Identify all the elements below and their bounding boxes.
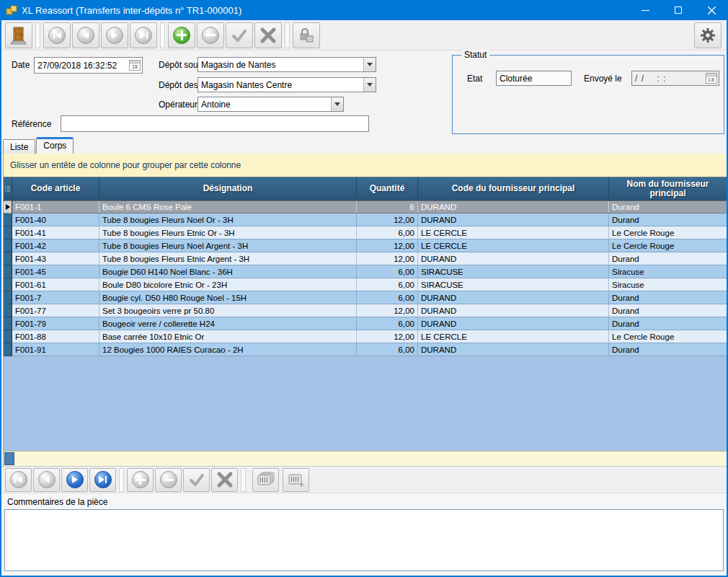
cell-supplier-code: DURAND <box>418 343 609 356</box>
tab-liste[interactable]: Liste <box>3 139 35 154</box>
cell-supplier-name: Durand <box>609 291 727 304</box>
nav-first-button[interactable] <box>43 22 71 48</box>
stock-transfer-button[interactable] <box>293 22 320 48</box>
column-header-designation[interactable]: Désignation <box>99 177 357 201</box>
row-gutter <box>4 201 12 213</box>
nav-last-icon <box>135 27 152 44</box>
door-exit-icon <box>10 26 27 45</box>
nav-first-icon <box>10 471 27 488</box>
statut-groupbox: Statut Etat Cloturée Envoyé le / / : : 1… <box>452 55 724 134</box>
close-button[interactable] <box>695 0 728 20</box>
validate-button[interactable] <box>226 22 253 48</box>
cell-code: F001-88 <box>12 330 99 343</box>
grid-list-icon[interactable] <box>4 177 12 201</box>
comments-textarea[interactable] <box>4 509 724 571</box>
minimize-icon <box>642 10 649 11</box>
tab-corps[interactable]: Corps <box>36 137 74 154</box>
table-row[interactable]: F001-61 Boule D80 bicolore Etnic Or - 23… <box>4 278 727 291</box>
cell-supplier-code: DURAND <box>418 304 609 317</box>
group-by-bar[interactable]: Glisser un entête de colonne pour groupe… <box>4 154 727 177</box>
row-remove-button[interactable] <box>155 468 182 492</box>
horizontal-scrollbar[interactable] <box>4 451 727 466</box>
cell-qty: 6,00 <box>357 291 418 304</box>
comments-section: Commentaires de la pièce <box>1 493 727 576</box>
scrollbar-thumb[interactable] <box>4 452 14 465</box>
combo-arrow-icon[interactable] <box>363 58 376 71</box>
row-prev-button[interactable] <box>33 468 60 492</box>
cell-qty: 6,00 <box>357 265 418 278</box>
corps-panel: Glisser un entête de colonne pour groupe… <box>3 154 728 466</box>
nav-prev-icon <box>77 27 94 44</box>
row-last-button[interactable] <box>89 468 116 492</box>
combo-arrow-icon[interactable] <box>363 78 376 92</box>
envoye-label: Envoyé le <box>584 74 622 84</box>
nav-next-button[interactable] <box>101 22 128 48</box>
cell-supplier-name: Le Cercle Rouge <box>609 330 727 343</box>
date-field[interactable]: 27/09/2018 16:32:52 18 <box>34 57 143 74</box>
column-header-quantite[interactable]: Quantité <box>357 177 418 201</box>
stock-lock-icon <box>297 26 316 45</box>
table-row[interactable]: F001-7 Bougie cyl. D50 H80 Rouge Noel - … <box>4 291 727 304</box>
add-record-button[interactable] <box>168 22 195 48</box>
nav-last-button[interactable] <box>130 22 157 48</box>
cancel-button[interactable] <box>254 22 282 48</box>
cancel-x-icon <box>216 471 234 488</box>
row-cancel-button[interactable] <box>211 468 238 492</box>
titlebar: XL Reassort (Transferts inter-dépôts n° … <box>0 0 728 20</box>
row-gutter <box>4 265 12 278</box>
table-row[interactable]: F001-1 Boule 6 CMS Rose Pale 6 DURAND Du… <box>4 201 727 213</box>
table-row[interactable]: F001-43 Tube 8 bougies Fleurs Etnic Arge… <box>4 252 727 265</box>
nav-next-icon <box>106 27 123 44</box>
table-row[interactable]: F001-77 Set 3 bougeoirs verre pr 50.80 1… <box>4 304 727 317</box>
cell-designation: Boule 6 CMS Rose Pale <box>99 201 357 213</box>
table-row[interactable]: F001-42 Tube 8 bougies Fleurs Noel Argen… <box>4 239 727 252</box>
maximize-button[interactable] <box>662 0 695 20</box>
depot-source-select[interactable]: Magasin de Nantes <box>197 57 376 72</box>
cell-qty: 12,00 <box>357 330 418 343</box>
main-toolbar <box>1 20 727 50</box>
cell-code: F001-7 <box>12 291 99 304</box>
table-row[interactable]: F001-79 Bougeoir verre / collerette H24 … <box>4 317 727 330</box>
column-header-supplier-code[interactable]: Code du fournisseur principal <box>418 177 609 201</box>
row-gutter <box>4 343 12 356</box>
cell-supplier-name: Durand <box>609 304 727 317</box>
depot-destination-select[interactable]: Magasin Nantes Centre <box>197 77 376 92</box>
table-row[interactable]: F001-88 Base carrée 10x10 Etnic Or 12,00… <box>4 330 727 343</box>
reference-input[interactable] <box>61 115 369 132</box>
barcode-single-button[interactable] <box>283 468 309 492</box>
statut-group-label: Statut <box>461 50 489 60</box>
calendar-icon[interactable]: 18 <box>129 60 141 71</box>
table-row[interactable]: F001-40 Tube 8 bougies Fleurs Noel Or - … <box>4 213 727 226</box>
row-add-button[interactable] <box>127 468 154 492</box>
cell-qty: 12,00 <box>357 239 418 252</box>
table-row[interactable]: F001-41 Tube 8 bougies Fleurs Etnic Or -… <box>4 226 727 239</box>
cell-qty: 12,00 <box>357 304 418 317</box>
cell-qty: 6,00 <box>357 278 418 291</box>
table-row[interactable]: F001-91 12 Bougies 1000 RAIES Curacao - … <box>4 343 727 356</box>
cell-code: F001-1 <box>12 201 99 213</box>
operateur-select[interactable]: Antoine <box>197 97 344 112</box>
column-header-code[interactable]: Code article <box>12 177 99 201</box>
remove-record-button[interactable] <box>197 22 224 48</box>
row-gutter <box>4 317 12 330</box>
remove-row-icon <box>160 471 177 488</box>
combo-arrow-icon[interactable] <box>331 97 343 111</box>
nav-prev-button[interactable] <box>72 22 99 48</box>
row-first-button[interactable] <box>5 468 32 492</box>
toolbar-separator <box>119 468 124 492</box>
calendar-icon[interactable]: 18 <box>706 73 717 84</box>
exit-button[interactable] <box>5 22 32 48</box>
row-next-button[interactable] <box>61 468 88 492</box>
column-header-supplier-name[interactable]: Nom du fournisseur principal <box>609 177 727 201</box>
row-indicator-arrow <box>6 204 10 210</box>
row-validate-button[interactable] <box>183 468 210 492</box>
cell-supplier-code: SIRACUSE <box>418 278 609 291</box>
minimize-button[interactable] <box>629 0 662 20</box>
cell-supplier-code: DURAND <box>418 291 609 304</box>
table-header: Code article Désignation Quantité Code d… <box>4 177 727 201</box>
cell-code: F001-45 <box>12 265 99 278</box>
cell-designation: 12 Bougies 1000 RAIES Curacao - 2H <box>99 343 357 356</box>
table-row[interactable]: F001-45 Bougie D60 H140 Noel Blanc - 36H… <box>4 265 727 278</box>
settings-button[interactable] <box>694 22 722 48</box>
barcode-stack-button[interactable] <box>252 468 279 492</box>
